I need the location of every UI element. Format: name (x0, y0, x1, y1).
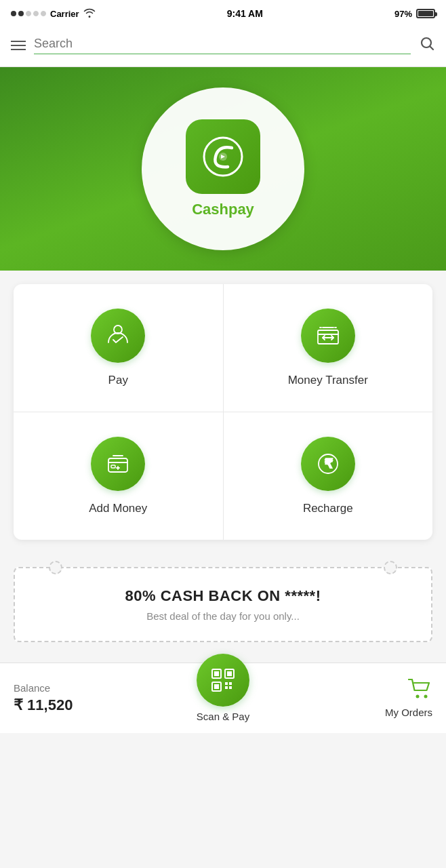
search-bar (0, 27, 446, 67)
svg-text:₹: ₹ (324, 457, 332, 471)
pay-button[interactable]: Pay (14, 284, 224, 412)
hero-section: Cashpay (0, 67, 446, 271)
status-left: Carrier (11, 8, 96, 20)
search-button[interactable] (419, 35, 435, 56)
scan-pay-label: Scan & Pay (197, 711, 249, 722)
scan-pay-button[interactable]: Scan & Pay (153, 674, 293, 722)
pay-label: Pay (108, 374, 128, 387)
svg-rect-19 (225, 686, 228, 689)
my-orders-label: My Orders (385, 707, 432, 718)
add-money-button[interactable]: Add Money (14, 412, 224, 540)
app-name: Cashpay (192, 201, 254, 218)
promo-banner[interactable]: 80% CASH BACK ON *****! Best deal of the… (14, 567, 432, 642)
svg-point-22 (424, 694, 428, 698)
wifi-icon (83, 8, 96, 20)
money-transfer-icon-circle (301, 309, 355, 363)
search-input[interactable] (34, 37, 411, 51)
carrier-text: Carrier (50, 9, 79, 19)
money-transfer-label: Money Transfer (288, 374, 368, 387)
status-bar: Carrier 9:41 AM 97% (0, 0, 446, 27)
svg-line-1 (430, 47, 434, 50)
pay-icon-circle (91, 309, 145, 363)
add-money-label: Add Money (89, 502, 147, 515)
svg-point-21 (416, 694, 420, 698)
money-transfer-button[interactable]: Money Transfer (224, 284, 433, 412)
signal-dots (11, 11, 46, 16)
grid-row-top: Pay Money Transfer (14, 284, 432, 412)
promo-subtitle: Best deal of the day for you only... (28, 610, 418, 622)
status-right: 97% (394, 9, 435, 19)
hamburger-menu[interactable] (11, 41, 26, 50)
cashpay-logo-icon (186, 119, 260, 194)
svg-rect-20 (229, 686, 232, 689)
grid-row-bottom: Add Money ₹ Recharge (14, 412, 432, 540)
battery-icon (416, 9, 435, 18)
main-grid-wrapper: Pay Money Transfer (0, 271, 446, 553)
promo-wrapper: 80% CASH BACK ON *****! Best deal of the… (0, 553, 446, 656)
search-input-wrapper (34, 37, 411, 54)
main-grid: Pay Money Transfer (14, 284, 432, 540)
svg-rect-16 (214, 684, 219, 689)
svg-rect-18 (229, 682, 232, 685)
svg-rect-17 (225, 682, 228, 685)
my-orders-icon (408, 679, 432, 704)
recharge-button[interactable]: ₹ Recharge (224, 412, 433, 540)
bottom-bar: Balance ₹ 11,520 Scan & Pay (0, 663, 446, 733)
svg-rect-14 (227, 671, 232, 676)
status-time: 9:41 AM (227, 8, 263, 19)
add-money-icon-circle (91, 437, 145, 491)
promo-title: 80% CASH BACK ON *****! (28, 587, 418, 605)
scan-pay-icon-circle (197, 654, 249, 707)
svg-rect-5 (318, 330, 338, 344)
battery-percent: 97% (394, 9, 412, 19)
recharge-label: Recharge (303, 502, 353, 515)
recharge-icon-circle: ₹ (301, 437, 355, 491)
promo-notch-left (49, 561, 62, 574)
svg-rect-12 (214, 671, 219, 676)
balance-amount: ₹ 11,520 (14, 696, 153, 714)
promo-notch-right (384, 561, 397, 574)
balance-label: Balance (14, 682, 153, 694)
balance-section: Balance ₹ 11,520 (14, 682, 153, 714)
svg-rect-8 (111, 465, 115, 468)
my-orders-button[interactable]: My Orders (293, 679, 432, 718)
hero-logo-circle: Cashpay (142, 87, 304, 250)
